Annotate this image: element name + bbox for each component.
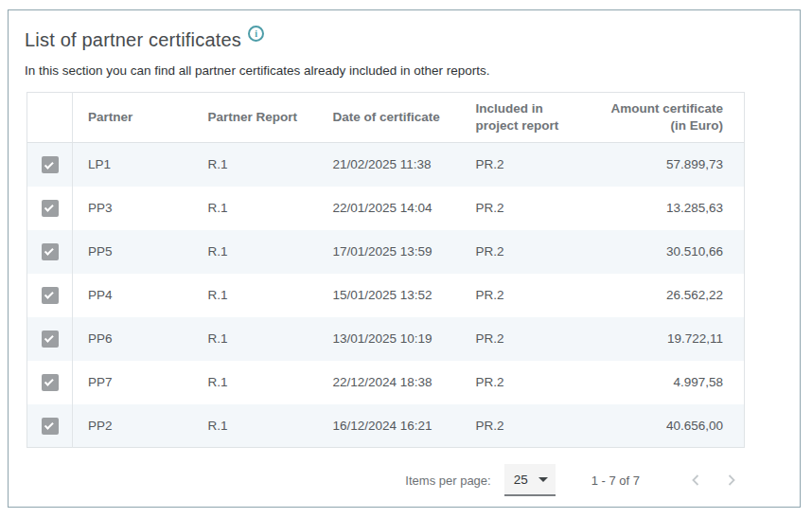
row-checkbox-checked[interactable] xyxy=(42,156,59,173)
next-page-button[interactable] xyxy=(719,468,744,492)
column-header-date: Date of certificate xyxy=(318,93,461,143)
column-header-partner-report: Partner Report xyxy=(193,93,318,143)
partner-report-cell: R.1 xyxy=(193,404,318,448)
section-description: In this section you can find all partner… xyxy=(25,63,789,78)
included-in-cell: PR.2 xyxy=(461,404,590,448)
previous-page-button[interactable] xyxy=(683,468,708,492)
date-cell: 22/01/2025 14:04 xyxy=(318,187,461,230)
included-in-cell: PR.2 xyxy=(461,274,590,317)
partner-report-cell: R.1 xyxy=(193,143,318,187)
date-cell: 13/01/2025 10:19 xyxy=(318,317,461,361)
included-in-cell: PR.2 xyxy=(461,361,590,404)
partner-cell: PP4 xyxy=(73,274,193,317)
checkmark-icon xyxy=(44,159,54,169)
included-in-cell: PR.2 xyxy=(461,143,590,187)
row-checkbox-checked[interactable] xyxy=(42,330,59,348)
row-select-cell xyxy=(27,274,73,317)
partner-report-cell: R.1 xyxy=(193,361,318,404)
column-header-amount: Amount certificate (in Euro) xyxy=(590,93,745,143)
table-body: LP1 R.1 21/02/2025 11:38 PR.2 57.899,73 … xyxy=(27,143,745,448)
partner-report-cell: R.1 xyxy=(193,187,318,230)
title-row: List of partner certificates i xyxy=(25,29,789,51)
partner-cell: PP5 xyxy=(73,230,193,274)
partner-cell: PP3 xyxy=(73,187,193,230)
page-range-label: 1 - 7 of 7 xyxy=(591,473,640,488)
partner-cell: PP7 xyxy=(73,361,193,404)
row-checkbox-checked[interactable] xyxy=(42,374,59,391)
table-row: PP7 R.1 22/12/2024 18:38 PR.2 4.997,58 xyxy=(27,361,745,404)
table-row: LP1 R.1 21/02/2025 11:38 PR.2 57.899,73 xyxy=(27,143,745,187)
partner-cell: PP2 xyxy=(73,404,193,448)
row-select-cell xyxy=(27,404,73,448)
partner-report-cell: R.1 xyxy=(193,230,318,274)
chevron-right-icon xyxy=(722,471,741,490)
included-in-cell: PR.2 xyxy=(461,230,590,274)
partner-report-cell: R.1 xyxy=(193,317,318,361)
table-row: PP3 R.1 22/01/2025 14:04 PR.2 13.285,63 xyxy=(27,187,745,230)
amount-cell: 4.997,58 xyxy=(590,361,745,404)
table-row: PP2 R.1 16/12/2024 16:21 PR.2 40.656,00 xyxy=(27,404,745,448)
date-cell: 15/01/2025 13:52 xyxy=(318,274,461,317)
partner-certificates-table: Partner Partner Report Date of certifica… xyxy=(26,92,745,448)
row-select-cell xyxy=(27,143,73,187)
checkmark-icon xyxy=(44,246,54,256)
checkmark-icon xyxy=(44,333,54,343)
items-per-page-value: 25 xyxy=(514,473,528,487)
items-per-page-select[interactable]: 25 xyxy=(504,464,556,496)
partner-cell: LP1 xyxy=(73,143,193,187)
amount-cell: 30.510,66 xyxy=(590,230,745,274)
row-checkbox-checked[interactable] xyxy=(42,243,59,260)
checkmark-icon xyxy=(44,420,54,430)
table-row: PP4 R.1 15/01/2025 13:52 PR.2 26.562,22 xyxy=(27,274,745,317)
amount-cell: 13.285,63 xyxy=(590,187,745,230)
partner-report-cell: R.1 xyxy=(193,274,318,317)
row-checkbox-checked[interactable] xyxy=(42,418,59,435)
date-cell: 17/01/2025 13:59 xyxy=(318,230,461,274)
checkmark-icon xyxy=(44,377,54,386)
amount-cell: 40.656,00 xyxy=(590,404,745,448)
row-checkbox-checked[interactable] xyxy=(42,287,59,304)
column-header-partner: Partner xyxy=(73,93,193,143)
row-select-cell xyxy=(27,317,73,361)
included-in-cell: PR.2 xyxy=(461,187,590,230)
items-per-page-label: Items per page: xyxy=(405,473,490,488)
checkmark-icon xyxy=(44,290,54,299)
partner-cell: PP6 xyxy=(73,317,193,361)
checkmark-icon xyxy=(44,203,54,212)
column-header-select xyxy=(27,93,73,143)
table-header-row: Partner Partner Report Date of certifica… xyxy=(27,93,745,143)
amount-cell: 19.722,11 xyxy=(590,317,745,361)
pager-buttons xyxy=(672,468,744,492)
row-select-cell xyxy=(27,361,73,404)
table-row: PP6 R.1 13/01/2025 10:19 PR.2 19.722,11 xyxy=(27,317,745,361)
date-cell: 22/12/2024 18:38 xyxy=(318,361,461,404)
table-row: PP5 R.1 17/01/2025 13:59 PR.2 30.510,66 xyxy=(27,230,745,274)
row-select-cell xyxy=(27,187,73,230)
info-icon[interactable]: i xyxy=(248,26,264,42)
date-cell: 16/12/2024 16:21 xyxy=(318,404,461,448)
date-cell: 21/02/2025 11:38 xyxy=(318,143,461,187)
included-in-cell: PR.2 xyxy=(461,317,590,361)
amount-cell: 57.899,73 xyxy=(590,143,745,187)
amount-cell: 26.562,22 xyxy=(590,274,745,317)
chevron-down-icon xyxy=(538,477,548,482)
chevron-left-icon xyxy=(686,471,705,490)
page-title: List of partner certificates xyxy=(25,29,241,51)
partner-certificates-panel: List of partner certificates i In this s… xyxy=(8,9,801,508)
row-select-cell xyxy=(27,230,73,274)
pagination-bar: Items per page: 25 1 - 7 of 7 xyxy=(26,464,744,496)
column-header-included-in: Included in project report xyxy=(461,93,590,143)
row-checkbox-checked[interactable] xyxy=(42,200,59,217)
